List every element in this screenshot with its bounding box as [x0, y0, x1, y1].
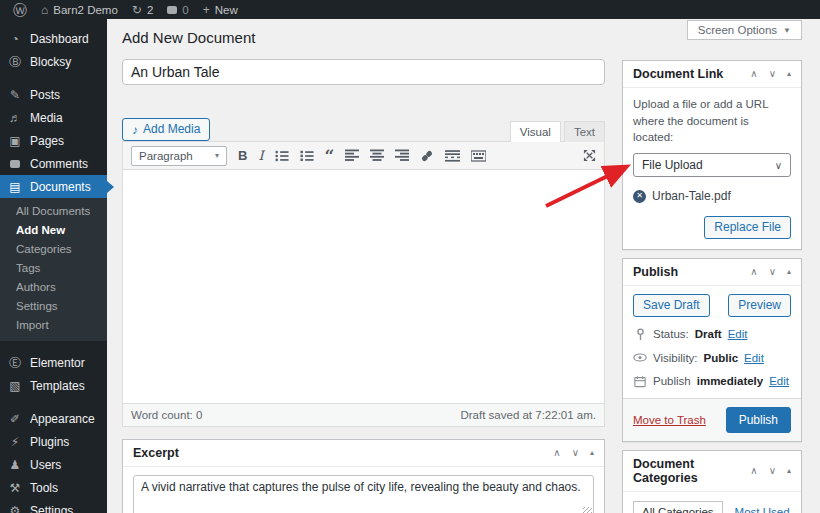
publish-button[interactable]: Publish	[726, 407, 791, 434]
numbered-list-button[interactable]	[300, 150, 314, 162]
toggle-panel-icon[interactable]: ▴	[590, 449, 594, 457]
excerpt-textarea[interactable]: A vivid narrative that captures the puls…	[133, 475, 594, 513]
tab-all-categories[interactable]: All Categories	[633, 501, 723, 513]
sidebar-item-appearance[interactable]: ✐ Appearance	[0, 407, 107, 430]
visibility-label: Visibility:	[653, 352, 698, 364]
right-sidebar-column: Document Link ∧ ∨ ▴ Upload a file or add…	[622, 60, 802, 513]
toggle-panel-icon[interactable]: ▴	[787, 268, 791, 276]
save-draft-button[interactable]: Save Draft	[633, 294, 710, 317]
sidebar-item-posts[interactable]: ✎ Posts	[0, 83, 107, 106]
categories-panel-title: Document Categories	[633, 457, 750, 485]
editor-content-area[interactable]	[123, 170, 604, 403]
tab-most-used[interactable]: Most Used	[735, 502, 790, 513]
excerpt-panel-header[interactable]: Excerpt ∧ ∨ ▴	[123, 440, 604, 467]
align-left-button[interactable]	[345, 149, 359, 162]
preview-button[interactable]: Preview	[728, 294, 791, 317]
publish-panel-footer: Move to Trash Publish	[623, 398, 801, 442]
file-source-select[interactable]: File Upload ∨	[633, 153, 791, 177]
read-more-tag-button[interactable]	[445, 150, 460, 162]
chevron-down-icon: ∨	[775, 160, 782, 171]
toolbar-toggle-button[interactable]	[471, 150, 486, 162]
admin-sidebar: ◔ Dashboard Ⓑ Blocksy ✎ Posts ♬ Media ▣ …	[0, 19, 107, 513]
sidebar-item-comments[interactable]: Comments	[0, 152, 107, 175]
add-media-button[interactable]: ♪ Add Media	[122, 118, 210, 141]
schedule-value: immediately	[697, 375, 763, 387]
site-name: Barn2 Demo	[53, 4, 118, 16]
move-down-icon[interactable]: ∨	[769, 267, 776, 277]
sidebar-item-blocksy[interactable]: Ⓑ Blocksy	[0, 50, 107, 73]
word-count: Word count: 0	[131, 409, 202, 421]
sidebar-item-plugins[interactable]: ⚡ Plugins	[0, 430, 107, 453]
editor-status-bar: Word count: 0 Draft saved at 7:22:01 am.	[123, 403, 604, 426]
submenu-settings[interactable]: Settings	[0, 297, 107, 316]
submenu-import[interactable]: Import	[0, 316, 107, 335]
submenu-categories[interactable]: Categories	[0, 240, 107, 259]
sidebar-item-elementor[interactable]: Ⓔ Elementor	[0, 351, 107, 374]
new-content-menu[interactable]: + New	[196, 0, 245, 19]
admin-bar: Ⓦ ⌂ Barn2 Demo ↻ 2 0 + New	[0, 0, 820, 19]
plus-icon: +	[203, 4, 210, 16]
move-down-icon[interactable]: ∨	[769, 466, 776, 476]
move-down-icon[interactable]: ∨	[572, 448, 579, 458]
sidebar-item-media[interactable]: ♬ Media	[0, 106, 107, 129]
submenu-tags[interactable]: Tags	[0, 259, 107, 278]
tab-visual[interactable]: Visual	[510, 121, 561, 142]
move-up-icon[interactable]: ∧	[553, 448, 560, 458]
sidebar-item-settings[interactable]: ⚙ Settings	[0, 499, 107, 513]
replace-file-button[interactable]: Replace File	[704, 216, 791, 239]
document-link-header[interactable]: Document Link ∧ ∨ ▴	[623, 61, 801, 88]
sidebar-item-dashboard[interactable]: ◔ Dashboard	[0, 27, 107, 50]
sidebar-item-templates[interactable]: ▧ Templates	[0, 374, 107, 397]
insert-link-button[interactable]	[420, 149, 434, 163]
move-up-icon[interactable]: ∧	[750, 466, 757, 476]
sidebar-item-users[interactable]: ♟ Users	[0, 453, 107, 476]
draft-saved-status: Draft saved at 7:22:01 am.	[460, 409, 596, 421]
sidebar-item-tools[interactable]: ⚒ Tools	[0, 476, 107, 499]
sidebar-item-pages[interactable]: ▣ Pages	[0, 129, 107, 152]
align-right-button[interactable]	[395, 149, 409, 162]
move-down-icon[interactable]: ∨	[769, 69, 776, 79]
fullscreen-button[interactable]	[583, 149, 596, 162]
site-menu[interactable]: ⌂ Barn2 Demo	[34, 0, 125, 19]
italic-button[interactable]: I	[258, 149, 263, 162]
screen-options-button[interactable]: Screen Options ▼	[687, 20, 802, 40]
blockquote-button[interactable]: “	[325, 150, 335, 161]
submenu-add-new[interactable]: Add New	[0, 221, 107, 240]
edit-schedule-link[interactable]: Edit	[769, 375, 789, 387]
new-label: New	[215, 4, 238, 16]
pin-status-icon	[633, 328, 647, 341]
edit-status-link[interactable]: Edit	[728, 328, 748, 340]
move-up-icon[interactable]: ∧	[750, 69, 757, 79]
categories-panel-header[interactable]: Document Categories ∧ ∨ ▴	[623, 451, 801, 492]
edit-visibility-link[interactable]: Edit	[744, 352, 764, 364]
toggle-panel-icon[interactable]: ▴	[787, 70, 791, 78]
submenu-all-documents[interactable]: All Documents	[0, 202, 107, 221]
updates-menu[interactable]: ↻ 2	[125, 0, 160, 19]
sidebar-item-documents[interactable]: ▤ Documents	[0, 175, 107, 198]
paragraph-format-select[interactable]: Paragraph ▾	[131, 146, 227, 166]
textarea-resize-handle[interactable]	[583, 507, 592, 513]
categories-tabs: All Categories Most Used	[633, 500, 791, 513]
tab-text[interactable]: Text	[564, 121, 605, 142]
bulleted-list-button[interactable]	[275, 150, 289, 162]
media-icon: ♬	[8, 112, 22, 124]
bold-button[interactable]: B	[238, 149, 247, 162]
wordpress-menu[interactable]: Ⓦ	[6, 0, 34, 19]
align-center-button[interactable]	[370, 149, 384, 162]
sidebar-item-label: Dashboard	[30, 32, 89, 46]
home-icon: ⌂	[41, 4, 48, 16]
publish-panel-header[interactable]: Publish ∧ ∨ ▴	[623, 259, 801, 286]
documents-submenu: All Documents Add New Categories Tags Au…	[0, 198, 107, 341]
sidebar-item-label: Appearance	[30, 412, 95, 426]
submenu-authors[interactable]: Authors	[0, 278, 107, 297]
visibility-value: Public	[704, 352, 739, 364]
move-up-icon[interactable]: ∧	[750, 267, 757, 277]
toggle-panel-icon[interactable]: ▴	[787, 467, 791, 475]
move-to-trash-link[interactable]: Move to Trash	[633, 414, 706, 426]
remove-file-icon[interactable]: ✕	[633, 190, 646, 203]
comments-menu[interactable]: 0	[160, 0, 195, 19]
excerpt-panel: Excerpt ∧ ∨ ▴ A vivid narrative that cap…	[122, 439, 605, 513]
document-title-input[interactable]	[122, 59, 605, 85]
dashboard-icon: ◔	[8, 33, 22, 45]
visibility-row: Visibility: Public Edit	[633, 352, 791, 364]
